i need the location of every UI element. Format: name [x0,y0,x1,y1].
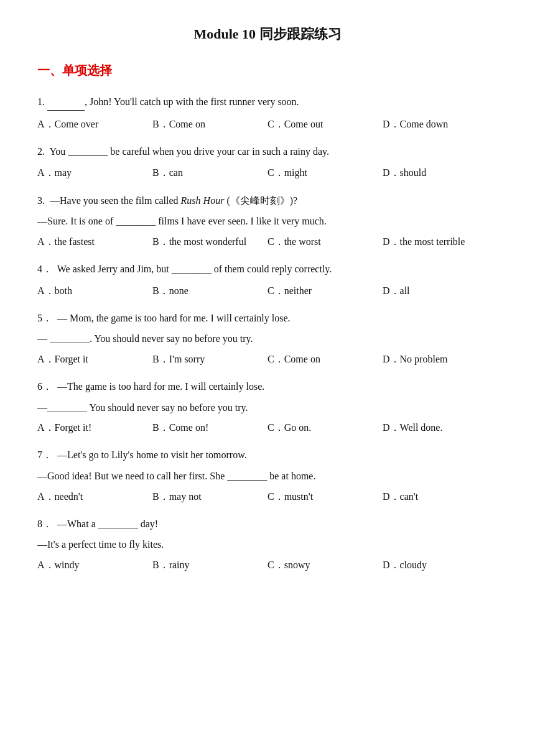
question-text: 1. , John! You'll catch up with the firs… [37,94,498,111]
option-item[interactable]: D．the most terrible [383,233,498,250]
question-block: 6． —The game is too hard for me. I will … [37,379,498,436]
option-item[interactable]: B．none [152,282,268,299]
sub-text: —Sure. It is one of ________ films I hav… [37,213,498,229]
option-item[interactable]: A．needn't [37,488,152,505]
options-row: A．windyB．rainyC．snowyD．cloudy [37,556,498,573]
question-text: 3. —Have you seen the film called Rush H… [37,193,498,209]
question-block: 2. You ________ be careful when you driv… [37,144,498,182]
options-row: A．Come overB．Come onC．Come outD．Come dow… [37,116,498,132]
section-title: 一、单项选择 [37,62,498,79]
option-item[interactable]: B．can [152,164,268,181]
option-item[interactable]: B．I'm sorry [152,351,268,367]
option-item[interactable]: A．may [37,164,152,181]
option-item[interactable]: B．the most wonderful [152,233,268,250]
option-item[interactable]: D．should [383,164,498,181]
option-item[interactable]: A．the fastest [37,233,152,250]
question-text: 2. You ________ be careful when you driv… [37,144,498,160]
option-item[interactable]: D．cloudy [383,556,498,573]
options-row: A．bothB．noneC．neitherD．all [37,282,498,299]
option-item[interactable]: C．Come on [268,351,383,367]
option-item[interactable]: C．might [268,164,383,181]
option-item[interactable]: C．snowy [268,556,383,573]
question-text: 5． — Mom, the game is too hard for me. I… [37,310,498,326]
question-text: 4． We asked Jerry and Jim, but ________ … [37,261,498,277]
options-row: A．needn'tB．may notC．mustn'tD．can't [37,488,498,505]
question-block: 1. , John! You'll catch up with the firs… [37,94,498,132]
option-item[interactable]: B．Come on! [152,419,268,436]
option-item[interactable]: D．Come down [383,116,498,132]
question-block: 3. —Have you seen the film called Rush H… [37,193,498,250]
option-item[interactable]: C．the worst [268,233,383,250]
option-item[interactable]: C．neither [268,282,383,299]
option-item[interactable]: B．may not [152,488,268,505]
sub-text: —It's a perfect time to fly kites. [37,537,498,553]
option-item[interactable]: C．Go on. [268,419,383,436]
question-text: 8． —What a ________ day! [37,516,498,532]
option-item[interactable]: A．both [37,282,152,299]
option-item[interactable]: D．all [383,282,498,299]
sub-text: — ________. You should never say no befo… [37,331,498,347]
option-item[interactable]: C．mustn't [268,488,383,505]
option-item[interactable]: D．Well done. [383,419,498,436]
option-item[interactable]: B．Come on [152,116,268,132]
options-row: A．Forget it!B．Come on!C．Go on.D．Well don… [37,419,498,436]
option-item[interactable]: A．Come over [37,116,152,132]
option-item[interactable]: A．Forget it [37,351,152,367]
page-title: Module 10 同步跟踪练习 [37,25,498,44]
options-row: A．mayB．canC．mightD．should [37,164,498,181]
questions-container: 1. , John! You'll catch up with the firs… [37,94,498,573]
question-text: 7． —Let's go to Lily's home to visit her… [37,447,498,463]
sub-text: —________ You should never say no before… [37,400,498,416]
option-item[interactable]: B．rainy [152,556,268,573]
sub-text: —Good idea! But we need to call her firs… [37,468,498,484]
question-block: 7． —Let's go to Lily's home to visit her… [37,447,498,504]
options-row: A．the fastestB．the most wonderfulC．the w… [37,233,498,250]
options-row: A．Forget itB．I'm sorryC．Come onD．No prob… [37,351,498,367]
option-item[interactable]: A．windy [37,556,152,573]
question-block: 8． —What a ________ day!—It's a perfect … [37,516,498,573]
option-item[interactable]: A．Forget it! [37,419,152,436]
option-item[interactable]: D．can't [383,488,498,505]
option-item[interactable]: C．Come out [268,116,383,132]
question-text: 6． —The game is too hard for me. I will … [37,379,498,395]
option-item[interactable]: D．No problem [383,351,498,367]
question-block: 5． — Mom, the game is too hard for me. I… [37,310,498,367]
question-block: 4． We asked Jerry and Jim, but ________ … [37,261,498,299]
